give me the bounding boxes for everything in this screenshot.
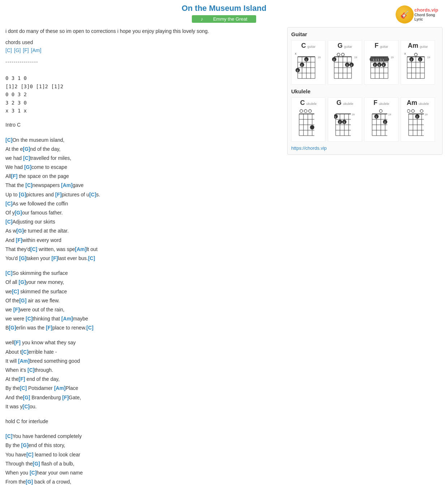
verse-3: well[F] you know what they say About t[C…	[5, 338, 280, 411]
svg-text:1 1 1 1 1: 1 1 1 1 1	[373, 58, 384, 61]
svg-text:4: 4	[350, 64, 352, 67]
intro-section: Intro C	[5, 120, 280, 129]
chord-am-ukulele-diagram: 1fr 2	[407, 107, 429, 140]
chord-am-guitar: Am guitar x 1fr	[401, 40, 435, 85]
svg-point-74	[304, 110, 307, 112]
svg-text:1fr: 1fr	[318, 56, 321, 59]
ukulele-section-title: Ukulele	[291, 88, 439, 94]
svg-text:1: 1	[335, 115, 336, 119]
svg-point-58	[414, 53, 417, 56]
verse-4: [C]You have hardened completely By the […	[5, 432, 280, 485]
svg-text:3: 3	[343, 121, 345, 124]
verse-2: [C]So skimming the surface Of all [G]you…	[5, 269, 280, 332]
svg-text:2: 2	[333, 58, 335, 61]
chords-used-label: chords used	[5, 39, 280, 45]
svg-text:1fr: 1fr	[391, 56, 394, 59]
intro-text: i dont do many of these so im open to co…	[5, 27, 280, 35]
tab-block: 0 3 1 0 [1]2 [3]0 [1]2 [1]2 0 0 3 2 3 2 …	[5, 74, 280, 115]
svg-point-103	[379, 110, 382, 112]
interlude-label: hold C for interlude	[5, 417, 280, 426]
svg-text:2: 2	[410, 58, 412, 61]
svg-point-118	[407, 110, 410, 112]
chord-link-f[interactable]: [F]	[23, 47, 29, 53]
logo-area: 🎸 chords.vip Chord Song Lyric	[396, 5, 439, 25]
chord-g-ukulele-diagram: 1fr 2	[334, 107, 356, 140]
svg-text:x: x	[404, 52, 406, 55]
guitar-chord-row: C guitar x 1fr	[291, 40, 439, 85]
artist-badge[interactable]: ♪Emmy the Great	[5, 15, 443, 23]
main-layout: i dont do many of these so im open to co…	[5, 27, 443, 485]
svg-text:1: 1	[375, 115, 377, 119]
svg-point-119	[412, 110, 414, 112]
section-header-intro: Intro C	[5, 120, 280, 129]
chord-am-ukulele: Am ukulele 1fr	[401, 97, 435, 142]
ukulele-chord-row: C ukulele 1fr	[291, 97, 439, 142]
svg-text:3: 3	[378, 64, 380, 67]
chord-f-guitar: F guitar 1fr	[364, 40, 399, 85]
svg-point-19	[337, 53, 340, 56]
svg-text:1: 1	[419, 58, 421, 61]
svg-text:1fr: 1fr	[352, 113, 355, 116]
guitar-section-title: Guitar	[291, 31, 439, 37]
svg-text:x: x	[295, 52, 297, 55]
svg-text:1fr: 1fr	[425, 113, 428, 116]
chord-g-guitar: G guitar 1fr	[328, 40, 362, 85]
svg-text:2: 2	[384, 121, 386, 124]
chord-link-am[interactable]: [Am]	[31, 47, 42, 53]
svg-point-120	[420, 110, 423, 112]
left-content: i dont do many of these so im open to co…	[5, 27, 280, 485]
url-footer[interactable]: https://chords.vip	[291, 145, 439, 151]
svg-text:3: 3	[297, 69, 298, 72]
separator: ----------------	[5, 59, 280, 65]
artist-name[interactable]: ♪Emmy the Great	[192, 15, 256, 23]
chord-diagrams-panel: Guitar C guitar x 1fr	[287, 27, 443, 155]
chord-g-ukulele: G ukulele 1fr	[328, 97, 362, 142]
chord-link-g[interactable]: [G]	[14, 47, 21, 53]
svg-text:4: 4	[383, 64, 384, 67]
svg-point-75	[309, 110, 311, 112]
svg-text:1: 1	[305, 58, 307, 61]
svg-text:1fr: 1fr	[388, 113, 392, 116]
chord-c-guitar: C guitar x 1fr	[291, 40, 326, 85]
logo-icon: 🎸	[396, 5, 414, 24]
chord-c-ukulele-diagram: 1fr	[298, 107, 319, 140]
svg-point-20	[341, 53, 344, 56]
chord-c-ukulele: C ukulele 1fr	[291, 97, 326, 142]
chord-f-ukulele: F ukulele 1fr	[364, 97, 399, 142]
svg-text:2: 2	[416, 115, 418, 119]
svg-point-73	[300, 110, 303, 112]
chord-am-guitar-diagram: x 1fr	[404, 50, 432, 83]
logo-text: chords.vip Chord Song Lyric	[414, 7, 439, 22]
svg-text:1fr: 1fr	[354, 56, 358, 59]
chord-f-ukulele-diagram: 1fr 1	[371, 107, 392, 140]
chord-links: [C] [G] [F] [Am]	[5, 47, 280, 53]
svg-point-86	[310, 125, 314, 129]
svg-text:2: 2	[301, 64, 303, 67]
svg-text:1fr: 1fr	[427, 56, 431, 59]
verse-1: [C]On the museum island, At the e[G]nd o…	[5, 136, 280, 263]
chord-g-guitar-diagram: 1fr	[331, 50, 359, 83]
chord-c-guitar-diagram: x 1fr	[294, 50, 323, 83]
interlude-section: hold C for interlude	[5, 417, 280, 426]
svg-text:2: 2	[339, 121, 341, 124]
svg-text:2: 2	[374, 64, 376, 67]
chord-f-guitar-diagram: 1fr 1	[367, 50, 396, 83]
chord-link-c[interactable]: [C]	[5, 47, 12, 53]
svg-text:3: 3	[346, 64, 348, 67]
page-title: On the Museum Island	[5, 4, 443, 13]
